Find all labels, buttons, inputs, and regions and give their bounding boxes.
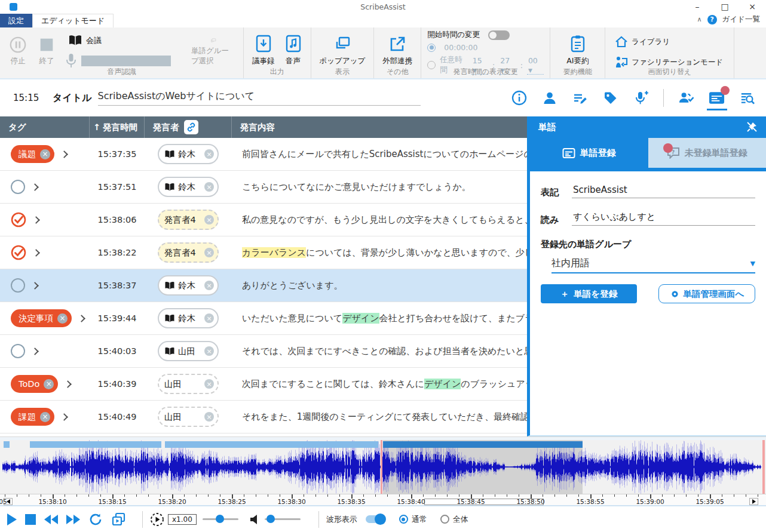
ribbon-collapse-icon[interactable]: ∧ — [697, 16, 702, 23]
remove-speaker-icon[interactable]: × — [204, 313, 214, 323]
end-button[interactable]: 終了 — [32, 33, 61, 69]
stop-button-transport[interactable] — [25, 514, 36, 525]
speech-content[interactable]: 次回までにすることに関しては、鈴木さんにデザインのブラッシュアップを行っていただ — [232, 379, 527, 390]
tag-circle-icon[interactable] — [11, 344, 25, 358]
tab-edit-mode[interactable]: エディットモード — [32, 14, 114, 27]
expand-chevron-icon[interactable] — [31, 183, 39, 191]
expand-chevron-icon[interactable] — [32, 216, 40, 224]
table-row[interactable]: 決定事項×15:39:44鈴木×いただいた意見についてデザイン会社と打ち合わせを… — [0, 302, 527, 335]
expand-chevron-icon[interactable] — [64, 380, 72, 388]
external-link-button[interactable]: 外部連携 — [378, 32, 417, 69]
speaker-pill[interactable]: 鈴木× — [158, 177, 219, 197]
speaker-link-icon[interactable] — [184, 120, 198, 134]
waveform-canvas[interactable] — [0, 440, 766, 494]
tag-icon[interactable] — [602, 90, 618, 106]
expand-chevron-icon[interactable] — [78, 315, 85, 322]
table-row[interactable]: 課題×15:40:49山田×それをまた、1週間後のミーティングにて発表していただ… — [0, 401, 527, 433]
selected-segment-bar[interactable] — [383, 441, 583, 448]
remove-speaker-icon[interactable]: × — [204, 149, 214, 159]
tab-settings[interactable]: 設定 — [0, 14, 32, 27]
remove-speaker-icon[interactable]: × — [204, 379, 214, 389]
expand-chevron-icon[interactable] — [60, 413, 68, 421]
remove-speaker-icon[interactable]: × — [204, 248, 214, 257]
unpin-icon[interactable] — [746, 121, 758, 133]
export-minutes-button[interactable]: 議事録 — [247, 32, 280, 69]
speaker-pill[interactable]: 発言者4× — [158, 242, 219, 263]
speaker-pill[interactable]: 鈴木× — [158, 275, 219, 296]
zero-time-radio[interactable] — [427, 44, 436, 52]
rewind-button[interactable] — [44, 515, 58, 524]
speaker-pill[interactable]: 山田× — [158, 341, 219, 361]
word-group-select-button[interactable]: 単語グループ選択 — [186, 36, 240, 69]
speaker-pill[interactable]: 鈴木× — [158, 144, 219, 164]
header-tag[interactable]: タグ — [0, 116, 90, 138]
header-speaker[interactable]: 発言者 — [145, 116, 232, 138]
speech-content[interactable]: それでは、次回までにすべきことの確認、および担当者を決めたいと思います。 — [232, 346, 527, 357]
speech-content[interactable]: 私の意見なのですが、もう少し見出しの文字を大きくしてもらえると、区別がつきや — [232, 214, 527, 226]
export-audio-button[interactable]: 音声 — [280, 32, 307, 69]
speech-segment-bar[interactable] — [165, 441, 378, 448]
tag-pill[interactable]: ToDo× — [11, 375, 58, 393]
remove-speaker-icon[interactable]: × — [204, 182, 214, 192]
speech-content[interactable]: こちらについてなにかご意見いただけますでしょうか。 — [232, 182, 527, 193]
header-content[interactable]: 発言内容 — [232, 116, 527, 138]
stop-button[interactable]: 停止 — [4, 33, 32, 69]
remove-speaker-icon[interactable]: × — [204, 281, 214, 290]
remove-tag-icon[interactable]: × — [57, 313, 68, 324]
table-row[interactable]: 15:40:03山田×それでは、次回までにすべきことの確認、および担当者を決めた… — [0, 335, 527, 368]
remove-tag-icon[interactable]: × — [44, 379, 54, 389]
table-row[interactable]: 15:38:06発言者4×私の意見なのですが、もう少し見出しの文字を大きくしても… — [0, 204, 527, 236]
meeting-title-input[interactable]: ScribeAssistのWebサイトについて — [98, 90, 421, 106]
ai-summary-button[interactable]: AI要約 — [554, 32, 601, 69]
tag-pill[interactable]: 課題× — [11, 408, 54, 426]
popup-button[interactable]: ポップアップ — [315, 32, 370, 69]
guide-list-link[interactable]: ガイド一覧 — [722, 14, 760, 24]
start-time-toggle[interactable] — [488, 30, 510, 40]
speech-segment-bar[interactable] — [4, 441, 10, 448]
expand-chevron-icon[interactable] — [31, 348, 39, 355]
speaker-pill[interactable]: 山田× — [158, 374, 219, 394]
scroll-right-arrow[interactable] — [749, 498, 758, 505]
waveform-area[interactable] — [0, 440, 766, 494]
radio-whole[interactable]: 全体 — [440, 514, 468, 525]
repeat-button[interactable] — [88, 512, 103, 527]
word-manage-button[interactable]: 単語管理画面へ — [658, 284, 755, 303]
popout-player-button[interactable] — [111, 512, 127, 527]
remove-speaker-icon[interactable]: × — [204, 346, 214, 356]
mic-add-icon[interactable] — [633, 90, 649, 106]
radio-normal[interactable]: 通常 — [399, 514, 427, 525]
timeline[interactable]: 15:38:0515:38:1015:38:1515:38:2015:38:25… — [0, 494, 766, 505]
speaker-pill[interactable]: 発言者4× — [158, 210, 219, 230]
tag-pill[interactable]: 議題× — [11, 145, 54, 163]
tag-circle-icon[interactable] — [11, 278, 25, 293]
tag-check-icon[interactable] — [11, 245, 26, 260]
reading-input[interactable]: すくらいぶあしすと — [572, 211, 755, 226]
tab-unregistered-words[interactable]: ? 未登録単語登録 — [648, 138, 766, 168]
tag-check-icon[interactable] — [11, 212, 26, 227]
volume-slider[interactable] — [265, 518, 301, 520]
table-row[interactable]: 15:37:51鈴木×こちらについてなにかご意見いただけますでしょうか。 — [0, 171, 527, 204]
info-icon[interactable] — [511, 90, 527, 106]
speech-content[interactable]: カラーバランスについては、背景が少し薄いかなと思いますので、少し濃くしていただ — [232, 247, 527, 259]
expand-chevron-icon[interactable] — [32, 249, 40, 257]
expand-chevron-icon[interactable] — [31, 282, 39, 290]
remove-tag-icon[interactable]: × — [40, 412, 50, 422]
word-panel-icon[interactable] — [709, 90, 725, 106]
expand-chevron-icon[interactable] — [60, 150, 68, 158]
remove-tag-icon[interactable]: × — [40, 149, 50, 159]
speech-content[interactable]: それをまた、1週間後のミーティングにて発表していただき、最終確認を行いたいと思 — [232, 411, 527, 423]
play-button[interactable] — [7, 513, 17, 525]
speech-content[interactable]: いただいた意見についてデザイン会社と打ち合わせを設けて、またブラッシュアップし — [232, 313, 527, 324]
speed-value[interactable]: x1.00 — [168, 514, 197, 525]
speech-content[interactable]: ありがとうございます。 — [232, 280, 527, 291]
playhead[interactable] — [381, 440, 382, 494]
library-button[interactable]: ライブラリ — [612, 35, 725, 49]
remove-speaker-icon[interactable]: × — [204, 412, 214, 422]
fast-forward-button[interactable] — [66, 515, 80, 524]
word-group-select[interactable]: 社内用語 ▼ — [551, 257, 755, 273]
dictionary-select[interactable]: 会議 — [66, 33, 171, 48]
header-time[interactable]: ↑ 発言時間 — [90, 116, 145, 138]
edit-list-icon[interactable] — [572, 90, 588, 106]
register-word-button[interactable]: ＋ 単語を登録 — [541, 284, 637, 303]
table-row[interactable]: ToDo×15:40:39山田×次回までにすることに関しては、鈴木さんにデザイン… — [0, 368, 527, 401]
